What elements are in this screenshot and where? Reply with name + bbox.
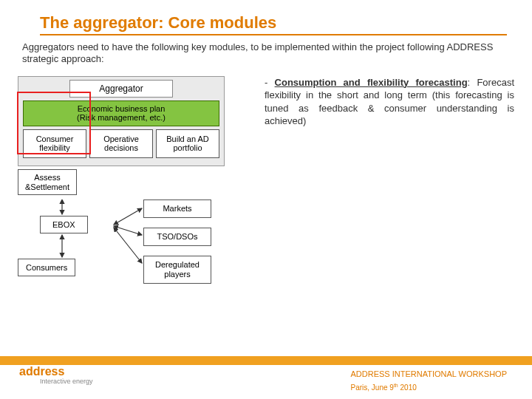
footer-location: Paris, June 9th 2010 [351,383,507,392]
logo-text: address [19,365,64,378]
business-plan-line1: Economic business plan [25,104,217,114]
footer-workshop: ADDRESS INTERNATIONAL WORKSHOP [351,369,507,378]
aggregator-container: Aggregator Economic business plan (Risk … [18,76,225,167]
aggregator-title: Aggregator [69,80,173,98]
deregulated-players-box: Deregulated players [143,256,211,283]
module-consumer-flexibility: Consumer flexibility [23,129,86,158]
module-build-portfolio: Build an AD portfolio [156,129,219,158]
page-title: The aggregator: Core modules [40,13,507,35]
footer-location-year: 2010 [398,383,417,392]
bullet-dash: - [265,77,275,88]
bullet-label: Consumption and flexibility forecasting [275,77,468,88]
bullet-consumption-forecasting: - Consumption and flexibility forecastin… [265,76,514,128]
module-row: Consumer flexibility Operative decisions… [23,129,219,158]
markets-box: Markets [143,200,211,218]
lower-diagram: EBOX Consumers Markets TSO/DSOs Deregula… [18,200,254,310]
footer: address Interactive energy ADDRESS INTER… [0,356,532,399]
module-operative-decisions: Operative decisions [89,129,153,158]
footer-location-city: Paris, June 9 [351,383,394,392]
assess-settlement-box: Assess &Settlement [18,169,77,195]
logo-subtext: Interactive energy [40,378,93,385]
business-plan-line2: (Risk management, etc.) [25,113,217,123]
ebox-box: EBOX [40,216,88,233]
svg-line-2 [114,208,142,225]
intro-text: Aggregators need to have the following k… [22,41,508,66]
consumers-box: Consumers [18,259,75,276]
tso-dso-box: TSO/DSOs [143,228,211,246]
svg-line-4 [114,228,142,263]
business-plan-box: Economic business plan (Risk management,… [23,100,219,126]
svg-line-3 [114,226,142,235]
